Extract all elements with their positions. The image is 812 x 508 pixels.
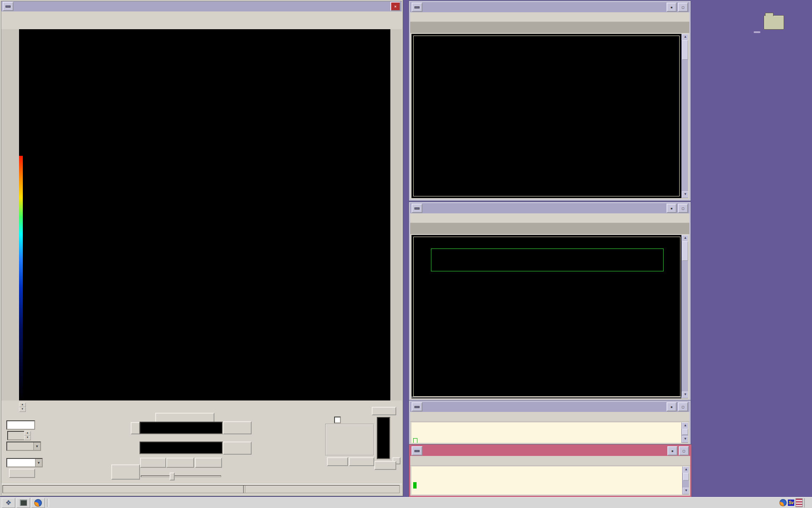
minimize-icon bbox=[414, 406, 420, 408]
window-menu-icon[interactable] bbox=[411, 402, 422, 411]
chevron-down-icon[interactable]: ▼ bbox=[35, 459, 42, 467]
nco-null-button[interactable] bbox=[9, 469, 35, 478]
scroll-down-icon[interactable]: ▼ bbox=[682, 392, 688, 398]
scrollbar[interactable]: ▲ ▼ bbox=[682, 467, 689, 494]
minimize-icon bbox=[414, 207, 420, 210]
minimize-icon bbox=[414, 6, 420, 8]
center-frequency-display[interactable] bbox=[140, 422, 223, 434]
span-display[interactable] bbox=[140, 442, 223, 454]
demod-modes-col2 bbox=[352, 425, 372, 454]
smoothing-input[interactable] bbox=[7, 431, 25, 440]
smoothing-spinner[interactable]: ▲▼ bbox=[24, 431, 31, 440]
audio-volume-thumb[interactable] bbox=[170, 472, 175, 480]
scroll-up-icon[interactable]: ▲ bbox=[682, 34, 688, 41]
start-button[interactable] bbox=[195, 458, 222, 468]
fft-blk-dropdown[interactable]: ▼ bbox=[6, 442, 41, 451]
station-keys-line bbox=[411, 397, 681, 398]
tray-app-icon[interactable] bbox=[796, 498, 803, 507]
chevron-down-icon[interactable]: ▼ bbox=[33, 442, 40, 450]
setup-button[interactable] bbox=[349, 457, 374, 466]
titlebar[interactable]: ▪ ▢ bbox=[410, 203, 689, 213]
window-menu-icon[interactable] bbox=[411, 204, 422, 213]
terminal-content[interactable]: ▲ ▼ bbox=[411, 467, 689, 494]
close-icon[interactable]: ✕ bbox=[390, 2, 401, 11]
scroll-up-icon[interactable]: ▲ bbox=[682, 422, 688, 429]
pause-button[interactable] bbox=[166, 458, 194, 468]
scroll-down-icon[interactable]: ▼ bbox=[682, 436, 688, 443]
terminal-lines bbox=[411, 422, 688, 424]
stop-button[interactable] bbox=[140, 458, 166, 468]
close-icon[interactable]: ▢ bbox=[678, 204, 688, 213]
display-mode-tabs bbox=[1, 401, 402, 412]
terminal-content[interactable]: ▲ ▼ bbox=[411, 34, 688, 198]
close-icon[interactable]: ▢ bbox=[678, 402, 688, 411]
waterfall-right-margin bbox=[390, 156, 402, 400]
level-meter bbox=[377, 417, 390, 459]
spectrum-db-axis bbox=[1, 29, 19, 156]
scroll-up-icon[interactable]: ▲ bbox=[682, 235, 688, 242]
auto-scale-button[interactable] bbox=[223, 421, 252, 434]
shade-icon[interactable]: ▪ bbox=[667, 402, 677, 411]
window-menu-icon[interactable] bbox=[411, 446, 422, 456]
status-utc-time bbox=[243, 485, 400, 493]
waterfall-display[interactable] bbox=[19, 156, 390, 400]
taskbar: ❖ Sv bbox=[0, 497, 812, 508]
scroll-down-icon[interactable]: ▼ bbox=[682, 191, 688, 198]
terminal-menubar bbox=[410, 213, 689, 223]
firefox-icon bbox=[34, 499, 42, 507]
offset-spinner[interactable]: ▲▼ bbox=[19, 403, 26, 412]
titlebar[interactable]: ▪ ▢ bbox=[410, 2, 689, 12]
window-menu-icon[interactable] bbox=[411, 3, 422, 12]
scrollbar[interactable]: ▲ ▼ bbox=[681, 34, 688, 198]
shade-icon[interactable]: ▪ bbox=[667, 446, 678, 456]
demod-mode-group bbox=[325, 424, 374, 456]
scrollbar-thumb[interactable] bbox=[682, 429, 688, 435]
window-menu-icon[interactable] bbox=[3, 2, 14, 11]
dsn-table bbox=[416, 40, 678, 192]
spectrum-plot[interactable] bbox=[19, 29, 390, 156]
terminal-launcher[interactable] bbox=[16, 498, 30, 508]
terminal-content[interactable]: ▲ ▼ bbox=[411, 422, 688, 443]
close-icon[interactable]: ▢ bbox=[679, 446, 689, 456]
spectravue-tray-icon[interactable]: Sv bbox=[788, 500, 794, 506]
scrollbar-thumb[interactable] bbox=[683, 473, 689, 480]
scrollbar-thumb[interactable] bbox=[682, 241, 688, 261]
app-menu-icon: ❖ bbox=[5, 499, 11, 507]
terminal-content[interactable]: ▲ ▼ bbox=[411, 235, 688, 398]
lock-button[interactable] bbox=[131, 422, 140, 434]
scrollbar-thumb[interactable] bbox=[682, 40, 688, 60]
shade-icon[interactable]: ▪ bbox=[667, 204, 677, 213]
frequency-axis bbox=[1, 20, 402, 29]
terminal-menubar bbox=[410, 412, 689, 422]
v-scale-dropdown[interactable]: ▼ bbox=[6, 458, 43, 467]
terminal-icon bbox=[20, 500, 27, 506]
scrollbar[interactable]: ▲ ▼ bbox=[681, 235, 688, 398]
memory-channels-button[interactable] bbox=[223, 442, 252, 455]
terminal-station-window: ▪ ▢ ▲ ▼ bbox=[409, 202, 691, 401]
app-menu-button[interactable]: ❖ bbox=[2, 498, 15, 508]
titlebar[interactable]: ▪ ▢ bbox=[410, 446, 690, 456]
level-readout bbox=[372, 407, 396, 415]
firefox-tray-icon[interactable] bbox=[779, 499, 787, 506]
peak-button[interactable] bbox=[374, 461, 396, 470]
taskbar-separator bbox=[47, 499, 49, 507]
titlebar[interactable]: ▪ ▢ bbox=[410, 402, 689, 412]
desktop-pager[interactable] bbox=[804, 498, 805, 508]
demod-on-checkbox[interactable] bbox=[334, 417, 341, 423]
scroll-up-icon[interactable]: ▲ bbox=[683, 467, 689, 473]
terminal-cursor bbox=[413, 482, 417, 489]
demod-modes-col1 bbox=[328, 425, 348, 454]
close-icon[interactable]: ▢ bbox=[678, 3, 688, 12]
nb-on-button[interactable] bbox=[327, 457, 348, 466]
folder-icon[interactable] bbox=[764, 15, 784, 30]
scrollbar[interactable]: ▲ ▼ bbox=[681, 422, 688, 443]
audio-volume-slider[interactable] bbox=[141, 475, 221, 477]
fft-ave-input[interactable] bbox=[6, 420, 35, 430]
spectravue-titlebar[interactable]: ✕ bbox=[1, 1, 402, 11]
mute-button[interactable] bbox=[111, 464, 140, 480]
shade-icon[interactable]: ▪ bbox=[667, 3, 677, 12]
desktop-folder-label[interactable] bbox=[754, 31, 760, 33]
firefox-launcher[interactable] bbox=[31, 498, 45, 508]
time-box bbox=[431, 248, 664, 271]
scroll-down-icon[interactable]: ▼ bbox=[683, 488, 689, 494]
